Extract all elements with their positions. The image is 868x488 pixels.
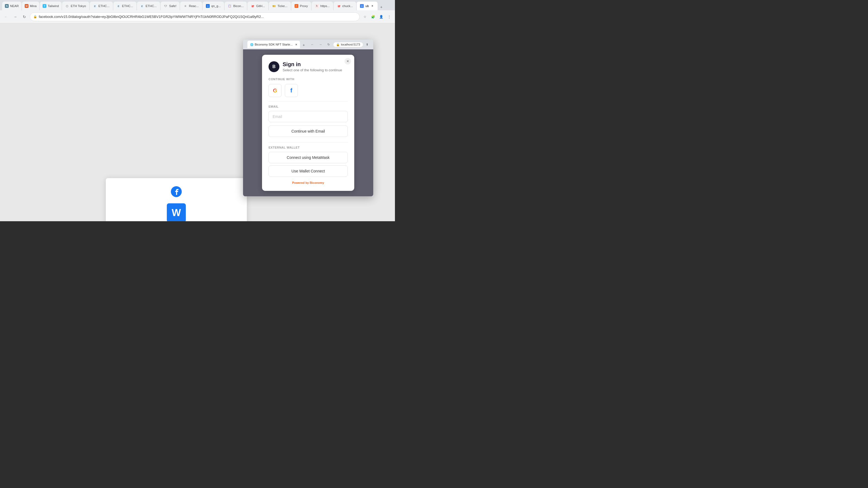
email-input[interactable]	[269, 111, 348, 122]
biconomy-window-controls: ← → ↻ 🔒 localhost:5173 ⬆ ☆ 🧩 👤 ⋮	[309, 41, 373, 48]
tab-ethc1-favicon: e	[93, 4, 97, 8]
tab-bicon-favicon: 📋	[228, 4, 231, 8]
tab-qn-favicon: Q	[206, 4, 210, 8]
facebook-oauth-dialog: W Web3Auth LRC is requesting access to: …	[106, 178, 247, 221]
biconomy-modal-close-button[interactable]: ✕	[344, 58, 351, 65]
google-icon: G	[273, 88, 277, 94]
tab-react[interactable]: ⚛ Reac...	[180, 2, 202, 10]
tab-github-favicon: 🐙	[251, 4, 254, 8]
biconomy-signin-modal: ✕ B Sign in Select one of the following …	[262, 55, 354, 191]
tab-safe[interactable]: 🛡 Safe!	[161, 2, 180, 10]
biconomy-popup-window: 🌐 Biconomy SDK NFT Starte... ✕ + ← → ↻ 🔒…	[243, 40, 373, 196]
tab-bar: N NEAR M Mina T Tailwind ⬡ ETH Tokyo e E…	[0, 0, 395, 10]
wallet-connect-button[interactable]: Use Wallet Connect	[269, 165, 348, 177]
facebook-icon: f	[290, 87, 292, 94]
chrome-window: N NEAR M Mina T Tailwind ⬡ ETH Tokyo e E…	[0, 0, 395, 221]
star-button[interactable]: ☆	[361, 13, 368, 20]
facebook-logo-icon	[171, 186, 182, 199]
biconomy-tab-favicon: 🌐	[250, 43, 253, 46]
tab-proxy[interactable]: P Proxy	[291, 2, 311, 10]
biconomy-signin-title: Sign in	[283, 61, 342, 67]
tab-react-favicon: ⚛	[183, 4, 187, 8]
biconomy-chrome-bar: 🌐 Biconomy SDK NFT Starte... ✕ + ← → ↻ 🔒…	[243, 40, 373, 50]
biconomy-new-tab-button[interactable]: +	[301, 42, 307, 48]
tab-qn[interactable]: Q qn_g...	[203, 2, 224, 10]
tab-proxy-favicon: P	[294, 4, 299, 8]
extensions-button[interactable]: 🧩	[369, 13, 376, 20]
tab-mina[interactable]: M Mina	[22, 2, 39, 10]
email-section-label: EMAIL	[269, 105, 348, 108]
biconomy-content: ✕ B Sign in Select one of the following …	[243, 50, 373, 196]
biconomy-reload-button[interactable]: ↻	[325, 41, 333, 48]
biconomy-tab-close[interactable]: ✕	[295, 43, 297, 46]
main-content: 🔍 qiita.com › Ubuntu · Translate this pa…	[0, 23, 395, 221]
tab-ethc2-favicon: e	[117, 4, 120, 8]
tab-ethc-3[interactable]: e ETHC...	[137, 2, 160, 10]
tab-tailwind[interactable]: T Tailwind	[40, 2, 62, 10]
biconomy-brand-link[interactable]: Biconomy	[310, 181, 324, 184]
profile-button[interactable]: 👤	[378, 13, 384, 20]
tab-tailwind-favicon: T	[42, 4, 46, 8]
biconomy-signin-title-group: Sign in Select one of the following to c…	[283, 61, 342, 72]
social-login-row: G f	[269, 84, 348, 97]
metamask-button[interactable]: Connect using MetaMask	[269, 152, 348, 163]
biconomy-forward-button[interactable]: →	[317, 41, 324, 48]
biconomy-signin-logo: B	[269, 61, 279, 72]
address-actions: ☆ 🧩 👤 ⋮	[361, 13, 393, 20]
biconomy-url-bar[interactable]: 🔒 localhost:5173	[333, 42, 363, 47]
url-bar[interactable]: 🔒 facebook.com/v15.0/dialog/oauth?state=…	[30, 12, 360, 21]
tab-chuck[interactable]: 🐙 chuck...	[334, 2, 356, 10]
biconomy-tab[interactable]: 🌐 Biconomy SDK NFT Starte... ✕	[247, 41, 300, 48]
tab-eth-tokyo[interactable]: ⬡ ETH Tokyo	[62, 2, 89, 10]
web3auth-app-logo: W	[167, 203, 186, 221]
tab-ethc3-favicon: e	[140, 4, 144, 8]
tab-ethc-1[interactable]: e ETHC...	[90, 2, 113, 10]
tab-safe-favicon: 🛡	[164, 4, 167, 8]
biconomy-star-button[interactable]: ☆	[371, 41, 373, 48]
tab-ethc-2[interactable]: e ETHC...	[113, 2, 136, 10]
address-bar: ← → ↻ 🔒 facebook.com/v15.0/dialog/oauth?…	[0, 10, 395, 23]
reload-button[interactable]: ↻	[21, 13, 28, 21]
tab-ub-active[interactable]: G ub ✕	[357, 2, 378, 10]
tab-github[interactable]: 🐙 GitH...	[247, 2, 268, 10]
tab-near[interactable]: N NEAR	[2, 2, 22, 10]
biconomy-signin-subtitle: Select one of the following to continue	[283, 68, 342, 72]
tab-chuck-favicon: 🐙	[337, 4, 341, 8]
google-login-button[interactable]: G	[269, 84, 282, 97]
tab-https[interactable]: h https...	[312, 2, 333, 10]
biconomy-share-button[interactable]: ⬆	[364, 41, 371, 48]
lock-icon: 🔒	[33, 15, 37, 19]
tab-eth-tokyo-favicon: ⬡	[65, 4, 69, 8]
menu-button[interactable]: ⋮	[386, 13, 393, 20]
powered-by: Powered by Biconomy	[269, 181, 348, 184]
biconomy-lock-icon: 🔒	[336, 43, 340, 46]
new-tab-button[interactable]: +	[378, 4, 384, 10]
url-text: facebook.com/v15.0/dialog/oauth?state=ey…	[39, 14, 356, 19]
back-button[interactable]: ←	[2, 13, 10, 21]
biconomy-back-button[interactable]: ←	[309, 41, 316, 48]
tab-near-favicon: N	[5, 4, 9, 8]
forward-button[interactable]: →	[11, 13, 19, 21]
tab-close-button[interactable]: ✕	[371, 4, 374, 8]
divider-1	[269, 101, 348, 102]
tab-bicon[interactable]: 📋 Bicon...	[225, 2, 247, 10]
facebook-login-button[interactable]: f	[285, 84, 298, 97]
continue-with-email-button[interactable]: Continue with Email	[269, 126, 348, 137]
external-wallet-label: EXTERNAL WALLET	[269, 146, 348, 149]
tab-ub-favicon: G	[360, 4, 364, 8]
tab-https-favicon: h	[315, 4, 319, 8]
tab-ticket-favicon: 🎫	[272, 4, 276, 8]
continue-with-label: CONTINUE WITH	[269, 77, 348, 81]
tab-mina-favicon: M	[25, 4, 29, 8]
biconomy-signin-header: B Sign in Select one of the following to…	[269, 61, 348, 72]
tab-ticket[interactable]: 🎫 Ticke...	[269, 2, 291, 10]
biconomy-tab-bar: 🌐 Biconomy SDK NFT Starte... ✕ +	[247, 41, 307, 48]
